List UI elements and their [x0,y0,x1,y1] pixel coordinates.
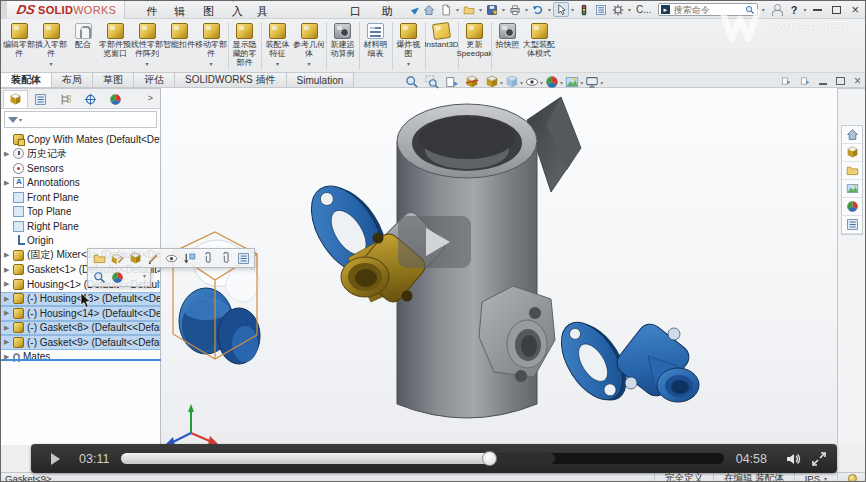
context-toolbar-button[interactable] [90,250,108,266]
headsup-caret-icon[interactable]: ▾ [580,79,583,86]
ribbon-button[interactable]: 编辑零部件 ▾ [3,22,35,70]
task-pane-button[interactable] [842,216,862,234]
dropdown-caret-icon[interactable]: ▾ [145,60,148,67]
task-pane-button[interactable] [842,198,862,216]
panel-tab[interactable] [103,90,128,108]
restore-button[interactable] [832,6,841,14]
command-overflow-label[interactable]: C... [636,4,652,15]
context-toolbar-button[interactable] [108,250,126,266]
expand-arrow-icon[interactable]: ▶ [4,179,12,187]
tree-item[interactable]: ▶ Front Plane [1,190,160,205]
ribbon-button[interactable]: 新建运动算例 ▾ [326,22,358,70]
command-tab[interactable]: 草图 [92,72,134,87]
tree-item[interactable]: ▶ (-) Gasket<8> (Default<<Default> [1,321,160,336]
headsup-caret-icon[interactable]: ▾ [560,79,563,86]
dropdown-caret-icon[interactable]: ▾ [209,60,212,67]
tree-filter-box[interactable]: ▾ [4,111,157,128]
dropdown-caret-icon[interactable]: ▾ [49,60,52,67]
ribbon-button[interactable]: Instant3D ▾ [425,22,457,70]
dropdown-caret-icon[interactable]: ▾ [407,60,410,67]
ribbon-button[interactable]: 参考几何体 ▾ [293,22,325,70]
search-icon[interactable] [745,5,755,15]
new-caret-icon[interactable]: ▾ [456,6,459,13]
search-caret-icon[interactable]: ▾ [762,6,765,13]
options-gear-icon[interactable] [610,2,626,17]
select-caret-icon[interactable]: ▾ [571,6,574,13]
context-toolbar-button[interactable] [234,250,252,266]
context-toolbar-button[interactable] [162,250,180,266]
ribbon-button[interactable]: 拍快照 ▾ [491,22,523,70]
command-tab[interactable]: Simulation [286,72,355,87]
status-tag-icon-cell[interactable] [837,473,866,482]
doc-window-icon-2[interactable] [800,76,810,86]
tags-icon[interactable] [848,474,857,482]
units-caret-icon[interactable]: ▾ [824,475,827,482]
context-toolbar-button[interactable] [144,250,162,266]
open-caret-icon[interactable]: ▾ [479,6,482,13]
headsup-caret-icon[interactable]: ▾ [500,79,503,86]
command-tab[interactable]: 布局 [51,72,93,87]
tree-item[interactable]: ▶ Sensors [1,161,160,176]
ribbon-button[interactable]: 大型装配体模式 ▾ [523,22,555,70]
expand-arrow-icon[interactable]: ▶ [4,150,12,158]
tree-item[interactable]: ▶ Mates [1,350,160,365]
open-icon[interactable] [461,2,477,17]
select-tool-icon[interactable] [553,2,569,17]
doc-close-button[interactable]: × [854,76,861,86]
headsup-button[interactable]: ▾ [445,75,463,89]
ribbon-button[interactable]: 插入零部件 ▾ [35,22,67,70]
tree-item[interactable]: ▶ Annotations [1,176,160,191]
video-play-overlay-button[interactable] [398,216,471,268]
context-toolbar-button[interactable] [180,250,198,266]
save-caret-icon[interactable]: ▾ [502,6,505,13]
ribbon-button[interactable]: 显示隐藏的零部件 ▾ [228,22,260,70]
user-account-icon[interactable] [771,4,782,15]
context-toolbar-button[interactable] [216,250,234,266]
panel-tab[interactable] [53,90,78,108]
headsup-caret-icon[interactable]: ▾ [600,79,603,86]
undo-icon[interactable] [530,2,546,17]
expand-arrow-icon[interactable]: ▶ [4,295,12,303]
save-icon[interactable] [484,2,500,17]
task-pane-button[interactable] [842,162,862,180]
options-caret-icon[interactable]: ▾ [628,6,631,13]
tree-item[interactable]: ▶ Origin [1,234,160,249]
tree-item[interactable]: ▶ Copy With Mates (Default<Default_Di [1,132,160,147]
command-tab[interactable]: 评估 [133,72,175,87]
context-caret-icon[interactable]: ▾ [143,272,146,279]
headsup-button[interactable]: ▾ [425,75,443,89]
panel-tab-overflow[interactable]: > [143,93,158,103]
volume-icon[interactable] [785,451,801,467]
expand-arrow-icon[interactable]: ▶ [4,266,12,274]
task-pane-button[interactable] [842,180,862,198]
headsup-button[interactable]: ▾ [525,75,543,89]
dropdown-caret-icon[interactable]: ▾ [276,60,279,67]
context-toolbar-button[interactable] [126,250,144,266]
headsup-button[interactable]: ▾ [485,75,503,89]
ribbon-button[interactable]: 零部件预览窗口 ▾ [99,22,131,70]
graphics-viewport[interactable] [161,88,837,472]
command-tab[interactable]: SOLIDWORKS 插件 [174,72,287,87]
progress-bar[interactable] [121,453,723,464]
task-pane-button[interactable] [842,144,862,162]
dropdown-caret-icon[interactable]: ▾ [307,60,310,67]
tree-item[interactable]: ▶ 历史记录 [1,147,160,162]
ribbon-button[interactable]: 智能扣件 ▾ [163,22,195,70]
command-search-box[interactable]: ▸ [658,3,758,16]
filter-caret-icon[interactable]: ▾ [19,116,22,123]
rebuild-icon[interactable] [576,2,592,17]
ribbon-button[interactable]: 线性零部件阵列 ▾ [131,22,163,70]
ribbon-button[interactable]: 更新 Speedpak ▾ [458,22,490,70]
minimize-button[interactable] [813,9,822,11]
command-tab[interactable]: 装配体 [0,72,52,87]
help-icon[interactable]: ? [791,4,798,16]
command-search-input[interactable] [672,4,745,16]
ribbon-button[interactable]: 配合 ▾ [67,22,99,70]
play-button[interactable] [47,451,63,467]
help-caret-icon[interactable]: ▾ [803,6,806,13]
expand-arrow-icon[interactable]: ▶ [4,338,12,346]
file-properties-icon[interactable] [593,2,609,17]
status-units[interactable]: IPS▾ [794,473,837,482]
fullscreen-icon[interactable] [811,451,827,467]
headsup-button[interactable]: ▾ [565,75,583,89]
